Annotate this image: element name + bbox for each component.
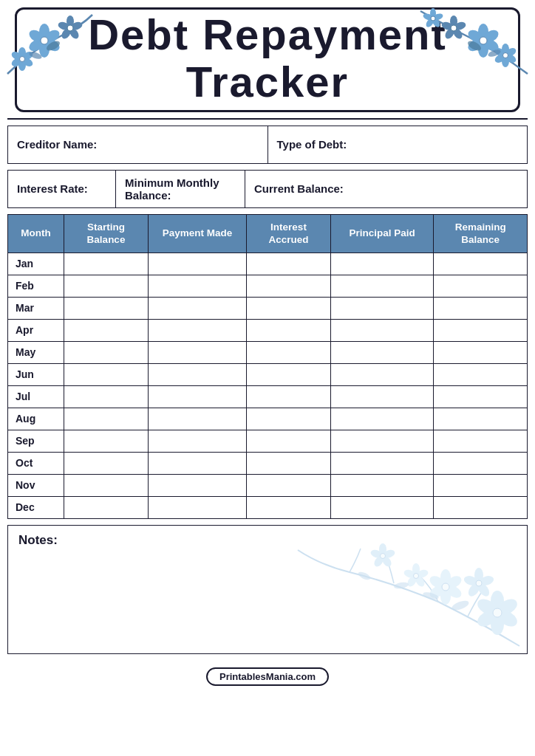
svg-point-56 bbox=[493, 608, 502, 617]
month-cell-jun: Jun bbox=[8, 363, 64, 385]
data-cell bbox=[64, 452, 149, 474]
table-row: Jan bbox=[8, 252, 528, 275]
data-cell bbox=[247, 385, 331, 408]
flower-decoration-right bbox=[417, 0, 535, 81]
type-of-debt-cell: Type of Debt: bbox=[268, 126, 528, 163]
svg-point-85 bbox=[357, 570, 372, 581]
creditor-name-cell: Creditor Name: bbox=[8, 126, 268, 163]
month-cell-sep: Sep bbox=[8, 430, 64, 452]
interest-rate-label: Interest Rate: bbox=[17, 182, 88, 195]
table-row: Oct bbox=[8, 452, 528, 474]
data-cell bbox=[149, 319, 247, 341]
month-cell-nov: Nov bbox=[8, 474, 64, 496]
data-cell bbox=[434, 341, 528, 363]
col-header-month: Month bbox=[8, 214, 64, 252]
data-cell bbox=[247, 252, 331, 275]
month-cell-apr: Apr bbox=[8, 319, 64, 341]
data-cell bbox=[64, 297, 149, 319]
data-cell bbox=[149, 408, 247, 430]
data-cell bbox=[331, 319, 434, 341]
svg-point-63 bbox=[442, 583, 449, 591]
data-cell bbox=[247, 452, 331, 474]
data-cell bbox=[149, 474, 247, 496]
data-cell bbox=[434, 496, 528, 518]
data-cell bbox=[149, 385, 247, 408]
data-cell bbox=[149, 363, 247, 385]
table-row: Mar bbox=[8, 297, 528, 319]
data-cell bbox=[247, 319, 331, 341]
footer-badge: PrintablesMania.com bbox=[206, 667, 329, 686]
current-balance-label: Current Balance: bbox=[254, 182, 344, 195]
month-cell-mar: Mar bbox=[8, 297, 64, 319]
notes-section: Notes: bbox=[7, 525, 528, 654]
data-cell bbox=[331, 430, 434, 452]
data-cell bbox=[149, 430, 247, 452]
month-cell-jul: Jul bbox=[8, 385, 64, 408]
data-cell bbox=[434, 297, 528, 319]
data-cell bbox=[149, 496, 247, 518]
data-cell bbox=[64, 408, 149, 430]
header-divider bbox=[7, 118, 528, 120]
data-cell bbox=[149, 452, 247, 474]
data-cell bbox=[64, 474, 149, 496]
current-balance-cell: Current Balance: bbox=[245, 171, 527, 207]
data-cell bbox=[434, 363, 528, 385]
month-cell-jan: Jan bbox=[8, 252, 64, 275]
table-row: Aug bbox=[8, 408, 528, 430]
data-cell bbox=[247, 297, 331, 319]
table-row: Jun bbox=[8, 363, 528, 385]
creditor-name-label: Creditor Name: bbox=[17, 138, 97, 151]
data-cell bbox=[64, 430, 149, 452]
col-header-interest: Interest Accrued bbox=[247, 214, 331, 252]
svg-point-84 bbox=[393, 581, 409, 589]
month-cell-oct: Oct bbox=[8, 452, 64, 474]
data-cell bbox=[331, 496, 434, 518]
main-content: Creditor Name: Type of Debt: Interest Ra… bbox=[0, 126, 535, 654]
data-cell bbox=[149, 252, 247, 275]
svg-point-69 bbox=[476, 580, 482, 586]
data-cell bbox=[434, 430, 528, 452]
data-cell bbox=[247, 408, 331, 430]
tracker-table: Month Starting Balance Payment Made Inte… bbox=[7, 214, 528, 519]
data-cell bbox=[331, 474, 434, 496]
data-cell bbox=[64, 341, 149, 363]
data-cell bbox=[247, 496, 331, 518]
table-row: Apr bbox=[8, 319, 528, 341]
month-cell-dec: Dec bbox=[8, 496, 64, 518]
flower-decoration-left bbox=[0, 0, 96, 81]
data-cell bbox=[149, 341, 247, 363]
col-header-remaining: Remaining Balance bbox=[434, 214, 528, 252]
creditor-type-row: Creditor Name: Type of Debt: bbox=[7, 126, 528, 164]
data-cell bbox=[331, 252, 434, 275]
col-header-principal: Principal Paid bbox=[331, 214, 434, 252]
table-row: Feb bbox=[8, 275, 528, 297]
svg-point-41 bbox=[503, 53, 508, 58]
col-header-starting: Starting Balance bbox=[64, 214, 149, 252]
data-cell bbox=[331, 408, 434, 430]
data-cell bbox=[331, 363, 434, 385]
data-cell bbox=[64, 385, 149, 408]
data-cell bbox=[331, 275, 434, 297]
data-cell bbox=[434, 252, 528, 275]
svg-point-12 bbox=[67, 25, 73, 31]
svg-point-49 bbox=[431, 16, 435, 21]
data-cell bbox=[331, 297, 434, 319]
svg-point-28 bbox=[480, 37, 487, 44]
type-of-debt-label: Type of Debt: bbox=[277, 138, 347, 151]
data-cell bbox=[331, 385, 434, 408]
data-cell bbox=[434, 275, 528, 297]
month-cell-aug: Aug bbox=[8, 408, 64, 430]
month-cell-may: May bbox=[8, 341, 64, 363]
data-cell bbox=[331, 452, 434, 474]
data-cell bbox=[149, 297, 247, 319]
data-cell bbox=[64, 363, 149, 385]
table-row: Nov bbox=[8, 474, 528, 496]
data-cell bbox=[64, 252, 149, 275]
finance-info-row: Interest Rate: Minimum Monthly Balance: … bbox=[7, 170, 528, 208]
col-header-payment: Payment Made bbox=[149, 214, 247, 252]
data-cell bbox=[434, 385, 528, 408]
data-cell bbox=[64, 496, 149, 518]
table-row: Jul bbox=[8, 385, 528, 408]
svg-point-6 bbox=[41, 37, 48, 44]
header: Debt Repayment Tracker bbox=[0, 0, 535, 118]
